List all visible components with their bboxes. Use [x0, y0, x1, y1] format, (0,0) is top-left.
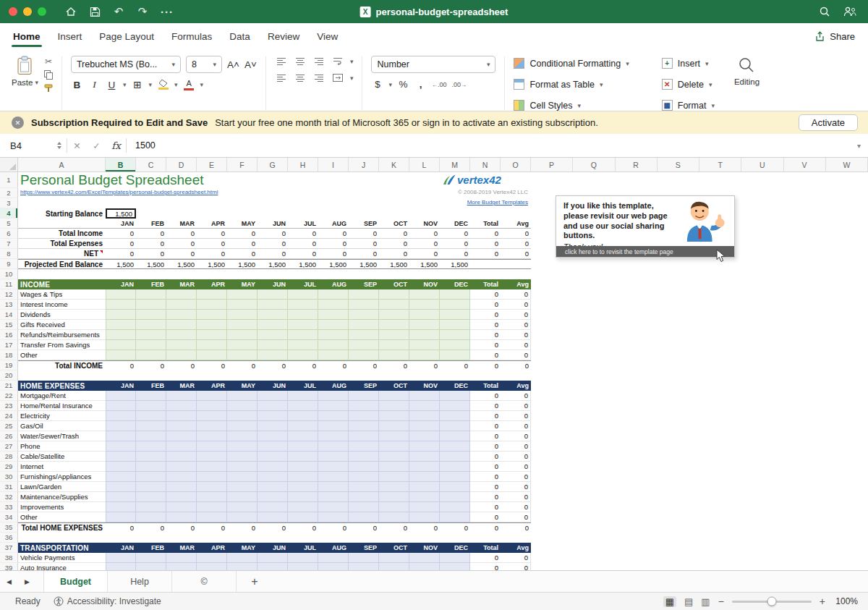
month-cell[interactable] [409, 462, 440, 472]
row-number-14[interactable]: 14 [0, 310, 18, 320]
row-number-1[interactable]: 1 [0, 172, 18, 188]
month-cell[interactable] [106, 482, 136, 492]
month-cell[interactable] [288, 320, 318, 330]
month-cell[interactable] [106, 401, 136, 411]
month-cell[interactable] [409, 502, 440, 512]
item-total[interactable]: 0 [470, 330, 501, 340]
month-cell[interactable] [409, 310, 440, 320]
summary-value[interactable]: 0 [166, 229, 197, 239]
zoom-in-button[interactable]: + [820, 596, 825, 607]
total-header[interactable]: Total [470, 219, 501, 229]
month-cell[interactable] [409, 452, 440, 462]
summary-value[interactable]: 0 [106, 239, 136, 249]
summary-value[interactable]: 0 [409, 229, 440, 239]
section-total-month[interactable]: 0 [379, 522, 409, 533]
row-number-20[interactable]: 20 [0, 370, 18, 381]
summary-label-projected-end-balance[interactable]: Projected End Balance [18, 259, 106, 269]
item-avg[interactable]: 0 [501, 462, 531, 472]
summary-value[interactable]: 1,500 [258, 259, 288, 269]
month-cell[interactable] [258, 310, 288, 320]
month-cell[interactable] [136, 330, 166, 340]
line-item-dividends[interactable]: Dividends [18, 310, 106, 320]
italic-button[interactable]: I [88, 79, 101, 90]
month-cell[interactable] [136, 441, 166, 452]
month-cell[interactable] [106, 320, 136, 330]
month-cell[interactable] [258, 340, 288, 350]
month-cell[interactable] [440, 320, 470, 330]
month-cell[interactable] [258, 462, 288, 472]
month-cell[interactable] [440, 310, 470, 320]
month-cell[interactable] [318, 350, 349, 360]
month-cell[interactable] [227, 289, 258, 300]
section-title-income[interactable]: INCOME [18, 279, 106, 289]
month-cell[interactable] [379, 401, 409, 411]
month-cell[interactable] [197, 289, 227, 300]
increase-decimal-button[interactable]: ←.00 [432, 81, 447, 88]
section-total-month[interactable]: 0 [136, 522, 166, 533]
month-cell[interactable] [440, 330, 470, 340]
total-header[interactable]: Total [470, 543, 501, 553]
row-number-34[interactable]: 34 [0, 512, 18, 522]
month-cell[interactable] [197, 421, 227, 431]
month-cell[interactable] [318, 482, 349, 492]
month-cell[interactable] [440, 401, 470, 411]
item-avg[interactable]: 0 [501, 300, 531, 310]
item-avg[interactable]: 0 [501, 411, 531, 421]
month-cell[interactable] [136, 411, 166, 421]
month-cell[interactable] [440, 563, 470, 570]
month-header-nov[interactable]: NOV [409, 543, 440, 553]
column-header-g[interactable]: G [258, 158, 288, 172]
fill-color-button[interactable] [157, 80, 169, 90]
search-icon[interactable] [819, 6, 830, 17]
month-cell[interactable] [288, 482, 318, 492]
item-avg[interactable]: 0 [501, 482, 531, 492]
month-cell[interactable] [258, 553, 288, 563]
month-cell[interactable] [166, 553, 197, 563]
row-number-37[interactable]: 37 [0, 543, 18, 553]
line-item-mortgage-rent[interactable]: Mortgage/Rent [18, 391, 106, 401]
section-total-sum[interactable]: 0 [470, 522, 501, 533]
month-cell[interactable] [288, 441, 318, 452]
item-avg[interactable]: 0 [501, 350, 531, 360]
maximize-window-button[interactable] [38, 7, 46, 16]
column-header-d[interactable]: D [166, 158, 197, 172]
month-header-jun[interactable]: JUN [258, 543, 288, 553]
month-cell[interactable] [349, 452, 379, 462]
total-header[interactable]: Total [470, 279, 501, 289]
month-header-mar[interactable]: MAR [166, 543, 197, 553]
month-header-may[interactable]: MAY [227, 381, 258, 391]
month-cell[interactable] [258, 330, 288, 340]
month-cell[interactable] [227, 502, 258, 512]
section-total-month[interactable]: 0 [379, 360, 409, 370]
month-cell[interactable] [379, 452, 409, 462]
undo-icon[interactable]: ↶ [113, 5, 124, 18]
month-header-oct[interactable]: OCT [379, 543, 409, 553]
sheet-tab-help[interactable]: Help [108, 571, 172, 592]
summary-value[interactable]: 0 [409, 249, 440, 259]
row-number-2[interactable]: 2 [0, 188, 18, 198]
month-cell[interactable] [318, 441, 349, 452]
line-item-gas-oil[interactable]: Gas/Oil [18, 421, 106, 431]
month-cell[interactable] [409, 441, 440, 452]
month-cell[interactable] [227, 401, 258, 411]
month-cell[interactable] [136, 482, 166, 492]
month-cell[interactable] [409, 512, 440, 522]
month-header-nov[interactable]: NOV [409, 279, 440, 289]
copy-icon[interactable] [44, 70, 53, 80]
month-cell[interactable] [288, 452, 318, 462]
active-cell-b4[interactable]: 1,500 [106, 208, 136, 219]
section-total-month[interactable]: 0 [166, 360, 197, 370]
section-total-month[interactable]: 0 [288, 522, 318, 533]
banner-dismiss-icon[interactable]: ✕ [12, 117, 24, 129]
month-cell[interactable] [318, 289, 349, 300]
summary-avg[interactable]: 0 [501, 249, 531, 259]
comma-style-button[interactable]: , [414, 79, 427, 90]
month-cell[interactable] [318, 401, 349, 411]
month-cell[interactable] [227, 462, 258, 472]
format-cells-button[interactable]: ▦ Format▾ [662, 98, 715, 113]
summary-value[interactable]: 1,500 [136, 259, 166, 269]
ribbon-tab-home[interactable]: Home [13, 23, 41, 49]
home-icon[interactable] [65, 6, 77, 17]
column-header-w[interactable]: W [826, 158, 868, 172]
item-avg[interactable]: 0 [501, 441, 531, 452]
